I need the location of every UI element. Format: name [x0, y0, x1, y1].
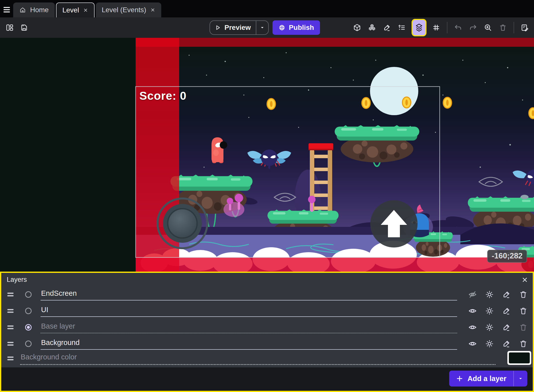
edit-pencil-icon[interactable] [383, 23, 391, 32]
add-layer-label: Add a layer [468, 375, 506, 383]
visibility-off-icon[interactable] [468, 290, 477, 299]
layers-panel-footer: Add a layer [1, 367, 533, 391]
save-icon[interactable] [20, 23, 28, 32]
publish-button[interactable]: Publish [272, 20, 320, 35]
chevron-down-icon [260, 25, 265, 30]
scene-properties-icon[interactable] [521, 23, 529, 32]
effects-sun-icon[interactable] [485, 306, 494, 315]
delete-trash-icon[interactable] [519, 306, 528, 315]
background-color-swatch[interactable] [507, 351, 531, 365]
layers-panel: Layers EndScreen UI [0, 272, 534, 392]
scene-canvas[interactable]: Score: 0 -160;282 [0, 38, 534, 272]
rename-pencil-icon[interactable] [502, 306, 511, 315]
divider [514, 22, 514, 33]
drag-handle-icon[interactable] [6, 341, 15, 347]
instances-blocks-icon[interactable] [368, 23, 376, 32]
scene-artwork [0, 38, 534, 272]
jump-button[interactable] [370, 200, 418, 247]
globe-icon [278, 24, 285, 31]
background-color-label: Background color [21, 353, 77, 361]
background-color-row: Background color [1, 352, 533, 367]
layer-select-radio[interactable] [25, 291, 32, 298]
layer-select-radio[interactable] [25, 308, 32, 314]
tab-level[interactable]: Level [56, 2, 95, 17]
tab-label: Level (Events) [102, 6, 146, 14]
delete-trash-icon[interactable] [519, 339, 528, 348]
layer-select-radio-selected[interactable] [25, 324, 32, 331]
tab-home[interactable]: Home [13, 2, 55, 17]
drag-handle-icon [6, 355, 15, 361]
grid-icon[interactable] [432, 23, 440, 32]
tab-bar: Home Level Level (Events) [0, 0, 534, 17]
tab-label: Home [30, 6, 49, 14]
layer-name-input[interactable]: EndScreen [41, 289, 457, 300]
close-icon[interactable] [150, 7, 155, 12]
delete-icon[interactable] [499, 23, 507, 32]
rename-pencil-icon[interactable] [502, 290, 511, 299]
plus-icon [456, 375, 463, 382]
properties-list-icon[interactable] [398, 23, 406, 32]
tab-level-events[interactable]: Level (Events) [96, 2, 161, 17]
moon [370, 67, 418, 115]
layer-row-base-layer: Base layer [1, 319, 533, 336]
add-layer-button[interactable]: Add a layer [449, 371, 527, 387]
layers-panel-title: Layers [7, 276, 27, 284]
layers-icon [415, 23, 424, 32]
layer-name-input[interactable]: Base layer [41, 322, 457, 333]
preview-options-dropdown[interactable] [256, 25, 268, 30]
rename-pencil-icon[interactable] [502, 323, 511, 332]
effects-sun-icon[interactable] [485, 290, 494, 299]
visibility-eye-icon[interactable] [468, 323, 477, 332]
drag-handle-icon[interactable] [6, 292, 15, 297]
publish-label: Publish [289, 24, 314, 32]
delete-trash-icon[interactable] [519, 290, 528, 299]
toggle-panels-icon[interactable] [5, 23, 14, 32]
visibility-eye-icon[interactable] [468, 306, 477, 315]
zoom-in-icon[interactable] [484, 23, 492, 32]
play-icon [214, 24, 221, 31]
layer-row-endscreen: EndScreen [1, 286, 533, 303]
close-icon[interactable] [83, 8, 88, 13]
layer-name-input[interactable]: UI [41, 305, 457, 317]
undo-icon[interactable] [454, 23, 462, 32]
divider [447, 22, 447, 33]
app-window: Home Level Level (Events) Preview [0, 0, 534, 392]
layer-row-ui: UI [1, 303, 533, 319]
virtual-joystick[interactable] [158, 198, 207, 248]
rename-pencil-icon[interactable] [502, 339, 511, 348]
visibility-eye-icon[interactable] [468, 339, 477, 348]
delete-trash-icon-disabled [519, 323, 528, 332]
layer-select-radio[interactable] [25, 341, 32, 347]
layer-row-background: Background [1, 336, 533, 352]
preview-button[interactable]: Preview [210, 20, 269, 35]
background-color-value [509, 352, 530, 363]
score-hud-text: Score: 0 [139, 89, 187, 102]
chevron-down-icon [518, 376, 523, 381]
menu-icon[interactable] [3, 7, 10, 12]
effects-sun-icon[interactable] [485, 323, 494, 332]
redo-icon[interactable] [469, 23, 477, 32]
cursor-coordinates-badge: -160;282 [487, 250, 527, 263]
drag-handle-icon[interactable] [6, 324, 15, 330]
add-layer-options-dropdown[interactable] [514, 376, 527, 381]
editor-toolbar: Preview Publish [0, 17, 534, 38]
preview-label: Preview [224, 24, 251, 32]
objects-cube-icon[interactable] [353, 23, 361, 32]
top-guard-band [136, 38, 534, 47]
tab-label: Level [62, 6, 79, 14]
layers-panel-toggle[interactable] [413, 20, 426, 35]
drag-handle-icon[interactable] [6, 308, 15, 314]
bottom-guard-band [136, 257, 534, 272]
home-icon [19, 6, 26, 13]
effects-sun-icon[interactable] [485, 339, 494, 348]
close-icon[interactable] [521, 276, 528, 283]
layer-name-input[interactable]: Background [41, 338, 457, 350]
